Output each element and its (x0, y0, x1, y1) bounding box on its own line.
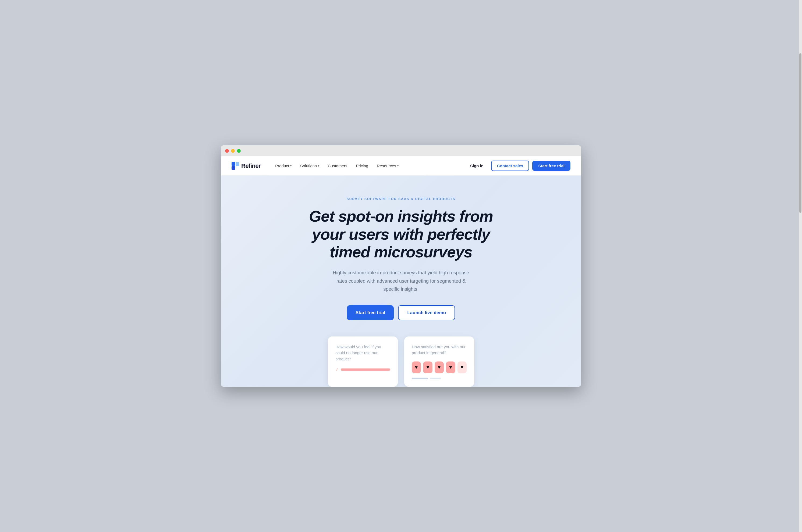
browser-window: Refiner Product ▾ Solutions ▾ Customers … (221, 145, 581, 387)
nav-links: Product ▾ Solutions ▾ Customers Pricing … (271, 162, 466, 170)
browser-dots (225, 149, 577, 156)
chevron-down-icon: ▾ (290, 164, 291, 167)
svg-rect-1 (235, 162, 239, 166)
hero-title: Get spot-on insights from your users wit… (291, 207, 511, 261)
start-trial-nav-button[interactable]: Start free trial (532, 161, 570, 171)
nav-solutions-label: Solutions (300, 164, 317, 168)
survey-bar-container: ✓ (336, 367, 390, 372)
chevron-down-icon: ▾ (318, 164, 319, 167)
hero-section: SURVEY SOFTWARE FOR SAAS & DIGITAL PRODU… (221, 176, 581, 387)
hero-buttons: Start free trial Launch live demo (232, 305, 570, 320)
minimize-button-dot[interactable] (231, 149, 235, 153)
nav-resources-label: Resources (377, 164, 396, 168)
survey-hearts: ♥ ♥ ♥ ♥ ♥ (412, 361, 466, 373)
svg-rect-0 (232, 162, 235, 166)
logo-text: Refiner (241, 163, 261, 169)
logo-link[interactable]: Refiner (232, 162, 261, 170)
progress-bar-2 (430, 378, 441, 379)
heart-2[interactable]: ♥ (423, 361, 432, 373)
nav-customers-label: Customers (328, 164, 347, 168)
chevron-down-icon: ▾ (397, 164, 399, 167)
hero-subtitle: Highly customizable in-product surveys t… (331, 269, 471, 293)
nav-product[interactable]: Product ▾ (271, 162, 295, 170)
heart-4[interactable]: ♥ (446, 361, 455, 373)
survey-cards-preview: How would you feel if you could no longe… (232, 337, 570, 387)
survey-bar-filled (341, 368, 390, 370)
site-container: Refiner Product ▾ Solutions ▾ Customers … (221, 156, 581, 387)
heart-3[interactable]: ♥ (435, 361, 444, 373)
close-button-dot[interactable] (225, 149, 229, 153)
nav-resources[interactable]: Resources ▾ (373, 162, 402, 170)
logo-icon (232, 162, 239, 170)
nav-pricing-label: Pricing (356, 164, 368, 168)
survey-card-pmf-question: How would you feel if you could no longe… (336, 344, 390, 362)
signin-button[interactable]: Sign in (466, 162, 488, 170)
navbar: Refiner Product ▾ Solutions ▾ Customers … (221, 156, 581, 176)
progress-bar-1 (412, 378, 428, 379)
survey-card-satisfaction-question: How satisfied are you with our product i… (412, 344, 466, 356)
nav-product-label: Product (275, 164, 289, 168)
survey-card-satisfaction: How satisfied are you with our product i… (404, 337, 474, 387)
start-trial-hero-button[interactable]: Start free trial (347, 305, 394, 320)
fullscreen-button-dot[interactable] (237, 149, 241, 153)
nav-pricing[interactable]: Pricing (352, 162, 372, 170)
nav-solutions[interactable]: Solutions ▾ (297, 162, 323, 170)
browser-chrome (221, 145, 581, 156)
check-icon: ✓ (336, 367, 339, 372)
survey-card-pmf: How would you feel if you could no longe… (328, 337, 398, 387)
heart-5[interactable]: ♥ (457, 361, 466, 373)
heart-1[interactable]: ♥ (412, 361, 421, 373)
survey-progress-bars (412, 378, 466, 379)
nav-customers[interactable]: Customers (324, 162, 351, 170)
hero-eyebrow: SURVEY SOFTWARE FOR SAAS & DIGITAL PRODU… (232, 197, 570, 201)
contact-sales-button[interactable]: Contact sales (491, 160, 529, 171)
launch-demo-button[interactable]: Launch live demo (398, 305, 455, 320)
nav-actions: Sign in Contact sales Start free trial (466, 160, 570, 171)
svg-rect-2 (232, 166, 235, 170)
